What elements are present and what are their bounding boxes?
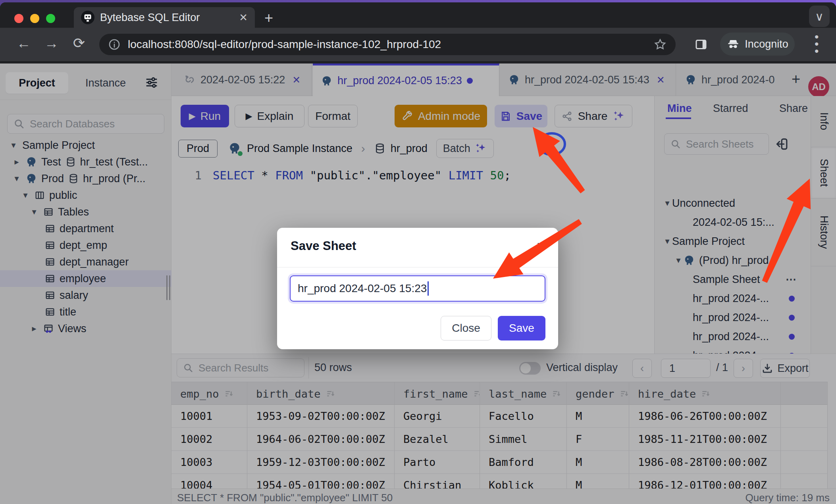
browser-tab-title: Bytebase SQL Editor [100,12,233,24]
save-sheet-dialog: Save Sheet ✕ hr_prod 2024-02-05 15:23 Cl… [277,228,558,349]
side-panel-icon[interactable] [694,37,708,52]
dialog-close-button[interactable]: Close [441,316,491,340]
incognito-label: Incognito [745,38,788,50]
url-text: localhost:8080/sql-editor/prod-sample-in… [128,38,646,51]
browser-window: Bytebase SQL Editor ✕ + ∨ ← → ⟳ localhos… [0,2,836,504]
window-zoom-button[interactable] [46,14,55,23]
back-icon[interactable]: ← [17,35,31,52]
incognito-icon [726,37,740,51]
browser-tab-close-icon[interactable]: ✕ [239,12,248,24]
reload-icon[interactable]: ⟳ [73,35,85,52]
new-browser-tab-button[interactable]: + [264,10,273,27]
browser-menu-icon[interactable]: ••• [815,33,819,55]
divider [277,267,558,267]
bookmark-star-icon[interactable] [653,38,667,51]
sheet-name-input[interactable]: hr_prod 2024-02-05 15:23 [290,275,545,302]
browser-tabbar: Bytebase SQL Editor ✕ + ∨ [0,2,836,28]
dialog-close-icon[interactable]: ✕ [536,240,545,253]
browser-tab[interactable]: Bytebase SQL Editor ✕ [74,7,255,28]
bytebase-favicon [81,11,94,24]
text-caret [428,281,429,296]
site-info-icon[interactable] [108,38,121,51]
dialog-title: Save Sheet [291,239,356,253]
address-bar[interactable]: localhost:8080/sql-editor/prod-sample-in… [99,34,676,55]
window-close-button[interactable] [14,14,23,23]
tab-search-chevron-button[interactable]: ∨ [809,6,830,27]
dialog-save-button[interactable]: Save [498,316,545,340]
incognito-badge: Incognito [720,33,795,56]
window-minimize-button[interactable] [30,14,39,23]
forward-icon[interactable]: → [44,35,59,52]
browser-toolbar: ← → ⟳ localhost:8080/sql-editor/prod-sam… [0,28,836,61]
